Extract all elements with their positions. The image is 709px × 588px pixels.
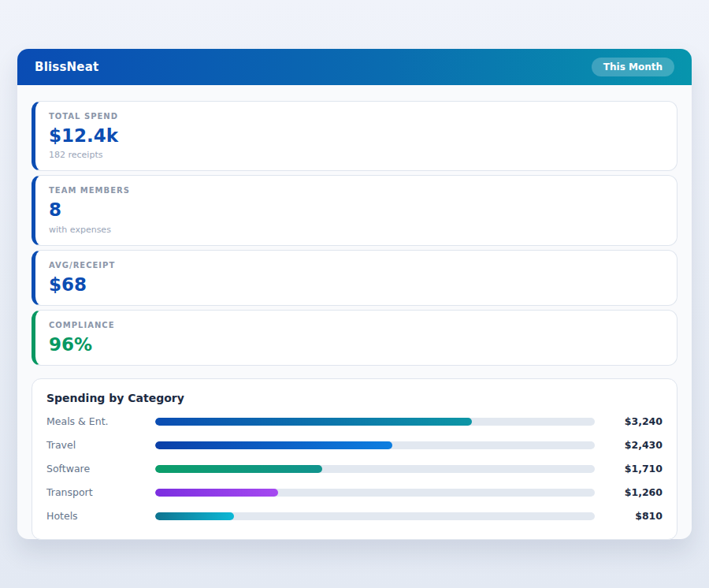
category-label: Meals & Ent. [46, 415, 141, 427]
stat-label: TOTAL SPEND [49, 112, 663, 121]
bar-fill [155, 489, 278, 497]
category-row: Travel $2,430 [46, 439, 663, 451]
stat-card-avg-receipt: AVG/RECEIPT $68 [32, 250, 677, 306]
category-row: Hotels $810 [46, 510, 663, 522]
bar-track [155, 465, 595, 473]
stat-value: 8 [49, 200, 663, 220]
category-value: $3,240 [609, 415, 663, 427]
stat-value: $68 [49, 275, 663, 295]
category-value: $1,710 [609, 463, 663, 474]
stat-card-compliance: COMPLIANCE 96% [32, 310, 677, 366]
spending-by-category-card: Spending by Category Meals & Ent. $3,240… [32, 378, 677, 540]
bar-fill [155, 512, 234, 520]
stat-label: COMPLIANCE [49, 321, 663, 329]
stat-sublabel: 182 receipts [49, 150, 663, 160]
stat-value: 96% [49, 335, 663, 355]
app-header: BlissNeat This Month [17, 49, 692, 85]
category-label: Transport [46, 486, 141, 498]
stat-card-total-spend: TOTAL SPEND $12.4k 182 receipts [32, 101, 677, 171]
bar-fill [155, 465, 322, 473]
period-badge[interactable]: This Month [592, 58, 674, 76]
category-label: Hotels [46, 510, 141, 522]
category-row: Software $1,710 [46, 463, 663, 474]
category-label: Travel [46, 439, 141, 451]
category-value: $2,430 [609, 439, 663, 451]
category-row: Transport $1,260 [46, 486, 663, 498]
category-value: $1,260 [609, 486, 663, 498]
stat-value: $12.4k [49, 126, 663, 146]
stat-label: AVG/RECEIPT [49, 261, 663, 270]
category-value: $810 [609, 510, 663, 522]
bar-track [155, 512, 595, 520]
bar-fill [155, 418, 472, 426]
dashboard-card: BlissNeat This Month TOTAL SPEND $12.4k … [17, 49, 692, 539]
dashboard-content: TOTAL SPEND $12.4k 182 receipts TEAM MEM… [17, 85, 692, 556]
bar-track [155, 489, 595, 497]
bar-fill [155, 441, 392, 449]
chart-title: Spending by Category [46, 392, 663, 404]
category-label: Software [46, 463, 141, 474]
bar-track [155, 418, 595, 426]
app-title: BlissNeat [35, 60, 98, 74]
bar-track [155, 441, 595, 449]
stat-label: TEAM MEMBERS [49, 186, 663, 195]
stat-card-team-members: TEAM MEMBERS 8 with expenses [32, 175, 677, 245]
stat-sublabel: with expenses [49, 225, 663, 235]
category-row: Meals & Ent. $3,240 [46, 415, 663, 427]
